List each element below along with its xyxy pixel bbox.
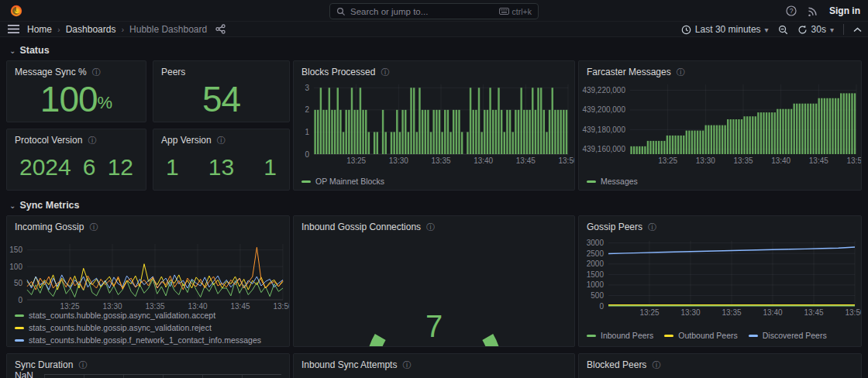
- info-icon[interactable]: ⓘ: [89, 223, 98, 232]
- time-range-label: Last 30 minutes: [695, 24, 761, 35]
- svg-text:0: 0: [305, 150, 309, 159]
- shortcut-hint: ctrl+k: [499, 7, 532, 16]
- svg-text:500: 500: [591, 291, 604, 300]
- legend-item[interactable]: stats_counts.hubble.gossip.f_network_1_c…: [15, 335, 261, 345]
- section-sync-metrics[interactable]: ⌄ Sync Metrics: [9, 200, 80, 211]
- svg-text:2000: 2000: [587, 259, 604, 268]
- panel-blocks-processed: Blocks Processed ⓘ 13:2513:3013:3513:401…: [293, 60, 575, 191]
- incoming-gossip-chart[interactable]: 13:2513:3013:3513:4013:4513:50050100150: [7, 235, 289, 311]
- info-icon[interactable]: ⓘ: [677, 68, 685, 77]
- panel-title[interactable]: Peers: [161, 67, 185, 77]
- breadcrumb-dashboards[interactable]: Dashboards: [66, 24, 116, 35]
- help-icon[interactable]: ?: [786, 5, 797, 16]
- info-icon[interactable]: ⓘ: [381, 68, 389, 77]
- time-range-picker[interactable]: Last 30 minutes ▾: [681, 24, 769, 35]
- legend: OP Mainnet Blocks: [301, 177, 384, 186]
- legend-swatch: [15, 327, 24, 329]
- svg-text:13:35: 13:35: [145, 302, 164, 311]
- stat-values: 1 13 1: [153, 148, 289, 187]
- blocks-processed-chart[interactable]: 13:2513:3013:3513:4013:4513:500123: [294, 80, 574, 173]
- panel-title[interactable]: Incoming Gossip: [15, 222, 84, 232]
- legend-swatch: [749, 335, 758, 337]
- stat-value: NaN: [15, 370, 33, 378]
- breadcrumb-separator: ›: [121, 25, 124, 34]
- info-icon[interactable]: ⓘ: [648, 223, 656, 232]
- stat-value: 54: [153, 80, 289, 119]
- svg-text:2500: 2500: [587, 249, 604, 258]
- legend-item[interactable]: Outbound Peers: [664, 331, 737, 340]
- svg-text:0: 0: [18, 296, 22, 304]
- svg-text:13:40: 13:40: [474, 156, 493, 165]
- legend-swatch: [15, 314, 24, 317]
- legend-item[interactable]: OP Mainnet Blocks: [301, 177, 384, 186]
- panel-title[interactable]: Inbound Sync Attempts: [301, 359, 397, 370]
- breadcrumb-home[interactable]: Home: [27, 24, 52, 35]
- search-placeholder: Search or jump to...: [350, 7, 494, 16]
- refresh-picker[interactable]: 30s ▾: [797, 24, 834, 35]
- breadcrumb-separator: ›: [57, 25, 60, 34]
- svg-text:13:25: 13:25: [346, 156, 366, 165]
- svg-text:13:50: 13:50: [845, 308, 861, 317]
- legend-item[interactable]: Inbound Peers: [587, 331, 653, 340]
- svg-text:439,220,000: 439,220,000: [582, 86, 625, 94]
- svg-text:13:30: 13:30: [680, 308, 700, 317]
- toolbar-divider: [843, 24, 844, 35]
- legend-swatch: [664, 335, 673, 337]
- clock-icon: [681, 25, 691, 35]
- search-input[interactable]: Search or jump to... ctrl+k: [329, 3, 539, 19]
- menu-hamburger-icon[interactable]: [8, 25, 19, 33]
- svg-text:439,160,000: 439,160,000: [582, 145, 625, 153]
- legend-item[interactable]: Messages: [587, 177, 638, 186]
- svg-text:2: 2: [305, 105, 309, 114]
- panel-inbound-sync-attempts: Inbound Sync Attempts ⓘ: [293, 353, 575, 378]
- svg-text:13:30: 13:30: [696, 156, 715, 165]
- refresh-interval-label: 30s: [811, 24, 826, 35]
- share-icon[interactable]: [215, 24, 226, 34]
- legend-item[interactable]: stats_counts.hubble.gossip.async_validat…: [15, 311, 261, 320]
- svg-text:13:25: 13:25: [658, 156, 677, 165]
- collapse-toolbar-icon[interactable]: [853, 27, 862, 33]
- panel-title[interactable]: Message Sync %: [15, 67, 87, 77]
- svg-text:13:40: 13:40: [771, 156, 790, 165]
- svg-text:13:45: 13:45: [804, 308, 823, 317]
- panel-title[interactable]: Gossip Peers: [587, 222, 642, 232]
- section-status[interactable]: ⌄ Status: [9, 45, 50, 56]
- grafana-logo-icon[interactable]: [9, 4, 23, 18]
- panel-gossip-peers: Gossip Peers ⓘ 13:2513:3013:3513:4013:45…: [578, 215, 862, 347]
- panel-title[interactable]: Protocol Version: [15, 135, 82, 146]
- info-icon[interactable]: ⓘ: [88, 136, 96, 145]
- legend-swatch: [15, 339, 24, 342]
- svg-text:13:45: 13:45: [516, 156, 536, 165]
- news-rss-icon[interactable]: [808, 5, 818, 16]
- svg-text:13:35: 13:35: [431, 156, 450, 165]
- svg-text:1000: 1000: [587, 280, 604, 289]
- svg-text:13:35: 13:35: [733, 156, 753, 165]
- svg-text:13:25: 13:25: [639, 308, 659, 317]
- section-title: Status: [19, 45, 49, 56]
- svg-text:1: 1: [305, 128, 309, 136]
- panel-title[interactable]: Blocks Processed: [301, 67, 375, 77]
- svg-text:?: ?: [790, 7, 794, 15]
- panel-title[interactable]: Inbound Gossip Connections: [301, 222, 421, 232]
- legend-item[interactable]: stats_counts.hubble.gossip.async_validat…: [15, 323, 261, 332]
- svg-text:0: 0: [599, 302, 604, 311]
- farcaster-messages-chart[interactable]: 13:2513:3013:3513:4013:4513:50439,160,00…: [579, 80, 861, 173]
- info-icon[interactable]: ⓘ: [652, 361, 660, 369]
- stat-values: 2024 6 12: [7, 148, 146, 187]
- panel-title[interactable]: Sync Duration: [15, 359, 73, 370]
- info-icon[interactable]: ⓘ: [92, 68, 101, 77]
- legend-item[interactable]: Discovered Peers: [749, 331, 827, 340]
- info-icon[interactable]: ⓘ: [402, 361, 411, 369]
- gossip-peers-chart[interactable]: 13:2513:3013:3513:4013:4513:500500100015…: [579, 235, 861, 328]
- panel-title[interactable]: App Version: [161, 135, 212, 146]
- panel-title[interactable]: Blocked Peers: [587, 359, 646, 370]
- sign-in-button[interactable]: Sign in: [829, 5, 860, 16]
- info-icon[interactable]: ⓘ: [217, 136, 226, 145]
- info-icon[interactable]: ⓘ: [426, 223, 435, 232]
- panel-title[interactable]: Farcaster Messages: [587, 67, 671, 77]
- panel-inbound-gossip-connections: Inbound Gossip Connections ⓘ 7: [293, 215, 575, 347]
- zoom-out-icon[interactable]: [778, 25, 788, 35]
- inbound-gossip-gauge[interactable]: 7: [294, 235, 574, 347]
- panel-peers: Peers 54: [153, 60, 290, 122]
- info-icon[interactable]: ⓘ: [78, 361, 87, 369]
